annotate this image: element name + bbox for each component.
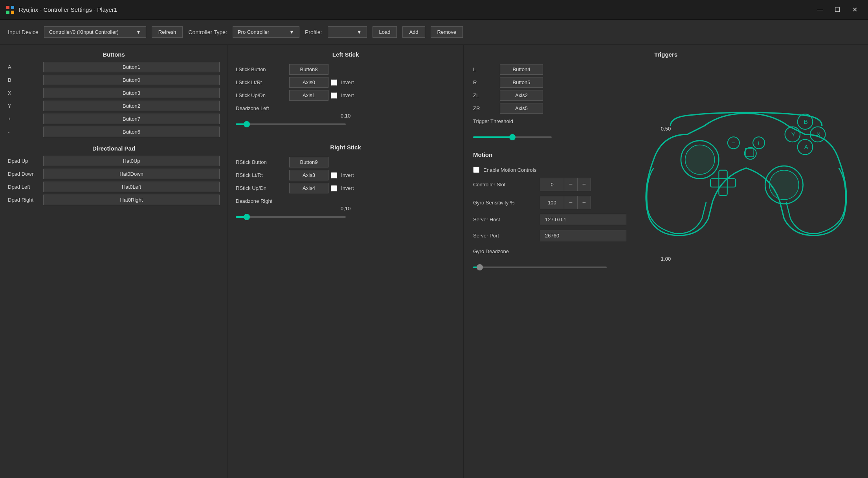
gyro-sensitivity-increment[interactable]: + [577,196,591,209]
slider-track [473,267,607,268]
btn-plus-mapping[interactable]: Button7 [43,114,220,124]
rstick-lr-label: RStick Lt/Rt [236,172,287,178]
controller-slot-decrement[interactable]: − [564,178,577,191]
controller-slot-increment[interactable]: + [577,178,591,191]
profile-dropdown[interactable]: ▼ [328,26,367,38]
trigger-r-mapping[interactable]: Button5 [500,77,543,88]
trigger-zl-mapping[interactable]: Axis2 [500,90,543,101]
trigger-l-mapping[interactable]: Button4 [500,64,543,75]
buttons-section: Buttons A Button1 B Button0 X Button3 Y … [8,51,220,137]
server-port-input[interactable] [540,230,626,241]
title-bar-left: Ryujinx - Controller Settings - Player1 [6,5,117,15]
svg-rect-1 [11,6,14,9]
ryujinx-icon [6,5,15,15]
deadzone-left-value: 0,10 [236,113,455,119]
rstick-lr-mapping[interactable]: Axis3 [289,170,328,180]
input-device-dropdown[interactable]: Controller/0 (XInput Controller) ▼ [44,26,146,38]
profile-label: Profile: [305,29,322,35]
deadzone-right-section: Deadzone Right 0,10 [236,198,455,221]
dpad-right-mapping[interactable]: Hat0Right [43,195,220,205]
svg-point-5 [685,145,715,175]
remove-button[interactable]: Remove [431,26,463,38]
slider-thumb[interactable] [477,264,483,270]
rstick-ud-invert-label: Invert [341,185,365,191]
btn-b-mapping[interactable]: Button0 [43,75,220,85]
trigger-zr-label: ZR [473,105,497,111]
btn-a-mapping[interactable]: Button1 [43,62,220,72]
btn-a-label: A [8,64,39,70]
lstick-ud-mapping[interactable]: Axis1 [289,90,328,101]
btn-minus-mapping[interactable]: Button6 [43,127,220,137]
dpad-left-mapping[interactable]: Hat0Left [43,182,220,192]
controller-image: A X Y B + − [628,49,864,245]
svg-point-7 [769,170,799,200]
lstick-ud-invert-checkbox[interactable] [331,92,337,99]
chevron-down-icon: ▼ [136,29,141,35]
lstick-ud-row: LStick Up/Dn Axis1 Invert [236,90,455,101]
dpad-up-mapping[interactable]: Hat0Up [43,156,220,166]
lstick-button-label: LStick Button [236,66,287,72]
rstick-lr-invert-checkbox[interactable] [331,172,337,178]
close-button[interactable]: ✕ [847,4,862,16]
rstick-ud-mapping[interactable]: Axis4 [289,183,328,193]
rstick-button-mapping[interactable]: Button9 [289,157,328,167]
middle-panel: Left Stick LStick Button Button8 LStick … [228,45,464,478]
threshold-slider[interactable] [473,133,552,141]
btn-y-mapping[interactable]: Button2 [43,101,220,111]
left-stick-title: Left Stick [236,51,455,58]
deadzone-right-value: 0,10 [236,206,455,211]
refresh-button[interactable]: Refresh [152,26,183,38]
enable-motion-label: Enable Motion Controls [483,167,536,173]
dpad-left-label: Dpad Left [8,184,39,190]
buttons-title: Buttons [8,51,220,58]
dpad-down-mapping[interactable]: Hat0Down [43,169,220,179]
dpad-section: Directional Pad Dpad Up Hat0Up Dpad Down… [8,145,220,205]
load-button[interactable]: Load [373,26,397,38]
add-button[interactable]: Add [402,26,425,38]
lstick-button-mapping[interactable]: Button8 [289,64,328,75]
gyro-sensitivity-decrement[interactable]: − [564,196,577,209]
lstick-lr-row: LStick Lt/Rt Axis0 Invert [236,77,455,88]
deadzone-right-slider[interactable] [236,213,346,221]
dpad-grid: Dpad Up Hat0Up Dpad Down Hat0Down Dpad L… [8,156,220,205]
right-panel: A X Y B + − Triggers L Button4 [464,45,868,478]
gyro-sensitivity-label: Gyro Sensitivity % [473,200,536,206]
slider-thumb[interactable] [244,214,250,220]
btn-y-label: Y [8,103,39,109]
deadzone-right-label: Deadzone Right [236,198,455,204]
svg-text:Y: Y [791,131,795,138]
threshold-thumb[interactable] [509,134,516,140]
btn-b-label: B [8,77,39,83]
toolbar: Input Device Controller/0 (XInput Contro… [0,20,868,45]
right-stick-title: Right Stick [236,144,455,151]
gyro-sensitivity-value: 100 [540,198,564,208]
svg-text:B: B [804,118,808,125]
btn-x-mapping[interactable]: Button3 [43,88,220,98]
maximize-button[interactable]: ☐ [829,4,845,16]
rstick-button-label: RStick Button [236,159,287,165]
slider-thumb[interactable] [244,121,250,127]
deadzone-left-slider[interactable] [236,120,346,128]
deadzone-left-label: Deadzone Left [236,105,455,111]
trigger-zr-mapping[interactable]: Axis5 [500,103,543,114]
lstick-button-row: LStick Button Button8 [236,64,455,75]
server-host-input[interactable] [540,214,626,225]
enable-motion-checkbox[interactable] [473,167,479,173]
gyro-deadzone-slider[interactable] [473,263,607,271]
server-host-label: Server Host [473,217,536,222]
gyro-deadzone-section: Gyro Deadzone 1,00 [473,248,859,271]
gyro-deadzone-label: Gyro Deadzone [473,248,859,254]
lstick-lr-invert-checkbox[interactable] [331,79,337,86]
svg-rect-23 [745,148,754,156]
minimize-button[interactable]: — [812,4,828,16]
dpad-right-label: Dpad Right [8,197,39,203]
svg-text:+: + [757,139,761,147]
controller-type-dropdown[interactable]: Pro Controller ▼ [233,26,299,38]
server-port-label: Server Port [473,233,536,239]
lstick-lr-mapping[interactable]: Axis0 [289,77,328,88]
btn-plus-label: + [8,116,39,122]
main-content: Buttons A Button1 B Button0 X Button3 Y … [0,45,868,478]
svg-rect-2 [6,11,9,14]
lstick-ud-label: LStick Up/Dn [236,92,287,98]
rstick-ud-invert-checkbox[interactable] [331,185,337,191]
